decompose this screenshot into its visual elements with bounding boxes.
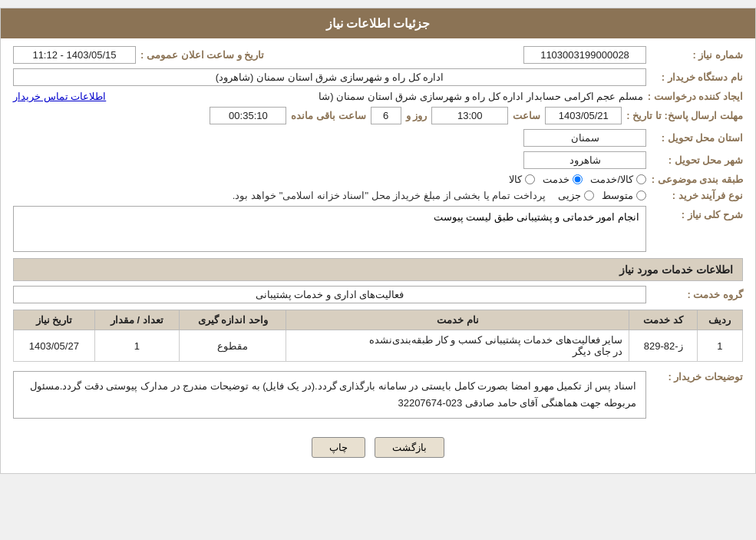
category-option-3[interactable]: کالا/خدمت [590, 174, 646, 185]
need-number-value: 1103003199000028 [523, 46, 646, 64]
send-day-label: روز و [406, 110, 428, 121]
purchase-type-radio-group: متوسط جزیی [558, 190, 646, 201]
page-header: جزئیات اطلاعات نیاز [1, 8, 755, 38]
buyer-name-label: نام دستگاه خریدار : [651, 71, 743, 83]
send-date-label: مهلت ارسال پاسخ: تا تاریخ : [626, 110, 743, 121]
back-button[interactable]: بازگشت [375, 437, 444, 458]
purchase-type-option-1[interactable]: جزیی [558, 190, 594, 201]
services-section-title: اطلاعات خدمات مورد نیاز [13, 258, 743, 281]
group-value: فعالیت‌های اداری و خدمات پشتیبانی [13, 286, 646, 303]
col-unit: واحد اندازه گیری [180, 310, 286, 330]
send-date-value: 1403/05/21 [545, 107, 622, 124]
col-rownum: ردیف [697, 310, 742, 330]
creator-contact-link[interactable]: اطلاعات تماس خریدار [13, 91, 106, 102]
purchase-type-label: نوع فرآیند خرید : [651, 190, 743, 201]
buyer-note-value: اسناد پس از تکمیل مهرو امضا بصورت کامل ب… [13, 371, 646, 419]
col-code: کد خدمت [629, 310, 697, 330]
need-desc-textarea[interactable]: انجام امور خدماتی و پشتیبانی طبق لیست پی… [13, 206, 646, 252]
purchase-type-option-2[interactable]: متوسط [602, 190, 646, 201]
send-time-label: ساعت [513, 110, 540, 121]
category-option-1[interactable]: کالا [509, 174, 535, 185]
buyer-name-value: اداره کل راه و شهرسازی شرق استان سمنان (… [13, 68, 646, 86]
header-title: جزئیات اطلاعات نیاز [326, 17, 431, 30]
purchase-type-note: پرداخت تمام یا بخشی از مبلغ خریداز محل "… [233, 190, 546, 201]
need-number-label: شماره نیاز : [651, 49, 743, 61]
group-label: گروه خدمت : [651, 289, 743, 300]
creator-label: ایجاد کننده درخواست : [648, 91, 743, 102]
col-date: تاریخ نیاز [14, 310, 95, 330]
province-value: سمنان [523, 129, 646, 147]
action-row: بازگشت چاپ [13, 426, 743, 465]
col-name: نام خدمت [286, 310, 629, 330]
cell-name: سایر فعالیت‌های خدمات پشتیبانی کسب و کار… [286, 330, 629, 362]
cell-date: 1403/05/27 [14, 330, 95, 362]
category-option-2[interactable]: خدمت [543, 174, 583, 185]
city-value: شاهرود [523, 151, 646, 169]
category-label: طبقه بندی موضوعی : [651, 174, 743, 185]
cell-rownum: 1 [697, 330, 742, 362]
announce-value: 1403/05/15 - 11:12 [13, 46, 136, 64]
send-day-value: 6 [371, 107, 401, 124]
category-radio-group: کالا/خدمت خدمت کالا [509, 174, 646, 185]
send-time-value: 13:00 [431, 107, 508, 124]
need-desc-label: شرح کلی نیاز : [651, 209, 743, 220]
buyer-note-label: توضیحات خریدار : [651, 371, 743, 383]
services-table-container: ردیف کد خدمت نام خدمت واحد اندازه گیری ت… [13, 310, 743, 362]
col-qty: تعداد / مقدار [94, 310, 179, 330]
creator-value: مسلم عجم اکرامی حسابدار اداره کل راه و ش… [111, 91, 643, 102]
cell-unit: مقطوع [180, 330, 286, 362]
remaining-value: 00:35:10 [210, 107, 286, 124]
announce-label: تاریخ و ساعت اعلان عمومی : [140, 49, 264, 61]
cell-code: ز-82-829 [629, 330, 697, 362]
city-label: شهر محل تحویل : [651, 154, 743, 166]
cell-qty: 1 [94, 330, 179, 362]
services-table: ردیف کد خدمت نام خدمت واحد اندازه گیری ت… [13, 310, 743, 362]
province-label: استان محل تحویل : [651, 132, 743, 144]
print-button[interactable]: چاپ [312, 437, 365, 458]
remaining-label: ساعت باقی مانده [291, 110, 365, 121]
table-row: 1 ز-82-829 سایر فعالیت‌های خدمات پشتیبان… [14, 330, 743, 362]
